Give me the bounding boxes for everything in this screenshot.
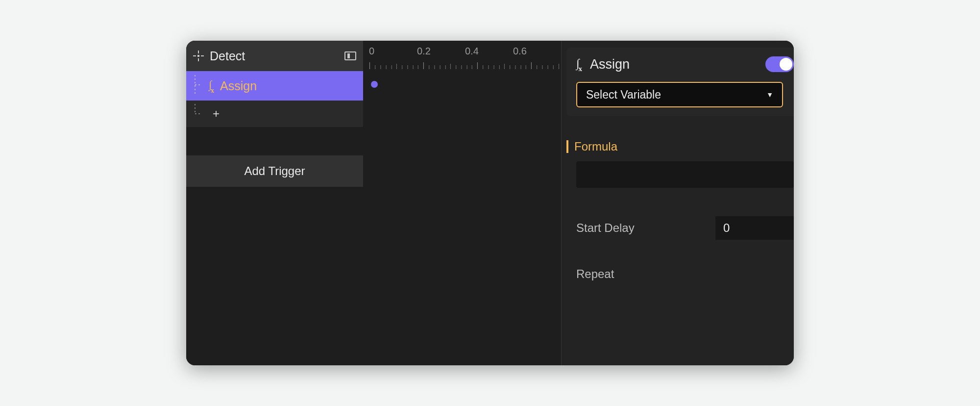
spacer bbox=[186, 127, 363, 155]
inspector-panel: ∫x Assign Select Variable ▼ Formula Star… bbox=[561, 41, 794, 365]
tree-branch-icon bbox=[192, 75, 204, 97]
plus-icon: + bbox=[213, 107, 220, 121]
variable-select[interactable]: Select Variable ▼ bbox=[576, 82, 783, 107]
action-row-label: Assign bbox=[220, 79, 257, 93]
timeline-panel[interactable]: 0 0.2 0.4 0.6 bbox=[363, 41, 561, 365]
repeat-label: Repeat bbox=[576, 267, 794, 281]
accent-bar bbox=[566, 140, 568, 153]
formula-icon: ∫x bbox=[209, 78, 215, 93]
svg-rect-2 bbox=[198, 51, 199, 53]
variable-select-label: Select Variable bbox=[586, 88, 661, 102]
ruler-ticks bbox=[363, 62, 561, 71]
keyframe-dot[interactable] bbox=[371, 81, 378, 88]
action-row-assign[interactable]: ∫x Assign bbox=[186, 71, 363, 101]
enable-toggle[interactable] bbox=[765, 56, 794, 72]
repeat-row: Repeat bbox=[576, 267, 794, 281]
add-trigger-button[interactable]: Add Trigger bbox=[186, 155, 363, 187]
animation-editor-window: Detect ∫x Assign + Add Trigger bbox=[186, 41, 794, 365]
trigger-title: Detect bbox=[210, 49, 339, 63]
detect-icon bbox=[193, 51, 204, 61]
tick-label: 0 bbox=[369, 46, 417, 57]
tree-end-icon bbox=[192, 104, 204, 124]
formula-label: Formula bbox=[574, 140, 617, 153]
add-trigger-label: Add Trigger bbox=[244, 164, 305, 178]
formula-icon: ∫x bbox=[576, 57, 583, 72]
inspector-title: Assign bbox=[590, 57, 759, 72]
add-action-row[interactable]: + bbox=[186, 101, 363, 127]
start-delay-input[interactable]: 0 bbox=[715, 216, 794, 240]
svg-rect-0 bbox=[193, 55, 196, 56]
svg-rect-1 bbox=[201, 55, 204, 56]
tick-label: 0.6 bbox=[513, 46, 561, 57]
chevron-down-icon: ▼ bbox=[766, 91, 773, 99]
frame-mode-icon[interactable] bbox=[344, 51, 356, 60]
start-delay-label: Start Delay bbox=[576, 221, 715, 235]
inspector-card: ∫x Assign Select Variable ▼ bbox=[566, 48, 794, 116]
tick-label: 0.4 bbox=[465, 46, 513, 57]
inspector-header: ∫x Assign bbox=[576, 56, 794, 72]
svg-rect-3 bbox=[198, 58, 199, 61]
formula-section-header: Formula bbox=[566, 140, 794, 153]
formula-input[interactable] bbox=[576, 161, 794, 188]
tick-label: 0.2 bbox=[417, 46, 465, 57]
start-delay-row: Start Delay 0 bbox=[576, 216, 794, 240]
timeline-ruler[interactable]: 0 0.2 0.4 0.6 bbox=[363, 41, 561, 71]
ruler-labels: 0 0.2 0.4 0.6 bbox=[363, 41, 561, 57]
trigger-panel: Detect ∫x Assign + Add Trigger bbox=[186, 41, 363, 365]
svg-rect-4 bbox=[197, 55, 199, 57]
trigger-header[interactable]: Detect bbox=[186, 41, 363, 71]
